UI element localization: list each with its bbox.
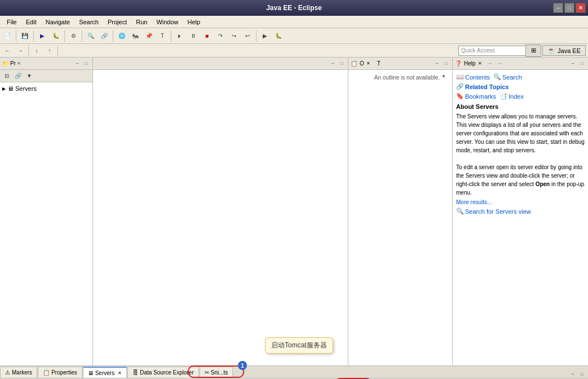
step-in-btn[interactable]: ↪ (228, 30, 240, 42)
tab-close-icon[interactable]: ✕ (17, 61, 21, 66)
debug-run-btn[interactable]: ⏵ (174, 30, 186, 42)
annotation-badge-1: 1 (238, 361, 247, 370)
help-minimize-button[interactable]: ─ (569, 60, 577, 68)
annotation-bubble-text: 启动Tomcat服务器 (271, 341, 327, 349)
quick-access-input[interactable]: Quick Access (458, 46, 526, 56)
snippets-tab[interactable]: ✂ Sni...ts (200, 367, 233, 378)
window-title: Java EE - Eclipse (266, 4, 322, 12)
center-minimize-button[interactable]: ─ (329, 60, 337, 68)
open-perspective-button[interactable]: ⊞ (525, 45, 541, 57)
external-tools-button[interactable]: ⚙ (67, 30, 79, 42)
outline-maximize-button[interactable]: □ (442, 60, 450, 68)
outline-panel-header: 📋 O ✕ T ─ □ (348, 58, 452, 70)
search-help-icon: 🔍 (493, 73, 501, 81)
refs-button[interactable]: 🔗 (98, 30, 110, 42)
outline-tab-close[interactable]: ✕ (366, 61, 370, 66)
view-menu-btn[interactable]: ▼ (25, 72, 34, 81)
index-link-text: Index (509, 93, 524, 100)
bookmarks-link[interactable]: 🔖 Bookmarks (456, 92, 496, 100)
search-help-link[interactable]: 🔍 Search (493, 73, 522, 81)
help-forward-button[interactable]: → (496, 60, 503, 68)
search-servers-link[interactable]: 🔍 Search for Servers view (456, 208, 531, 215)
web-button[interactable]: 🌐 (116, 30, 128, 42)
help-maximize-button[interactable]: □ (578, 60, 586, 68)
minimize-panel-button[interactable]: ─ (73, 60, 81, 68)
bookmarks-link-text: Bookmarks (465, 93, 496, 100)
contents-icon: 📖 (456, 73, 464, 81)
link-editor-btn[interactable]: 🔗 (14, 72, 23, 81)
ant-button[interactable]: 🐜 (129, 30, 142, 42)
marker-button[interactable]: 📌 (143, 30, 155, 42)
bookmarks-icon: 🔖 (456, 92, 464, 100)
server-debug-btn[interactable]: 🐛 (272, 30, 285, 42)
properties-tab-label: Properties (51, 369, 77, 376)
help-tab-close[interactable]: ✕ (478, 61, 482, 66)
outline-not-available-msg: An outline is not available. ▼ (348, 70, 452, 365)
menu-navigate[interactable]: Navigate (41, 17, 74, 27)
forward-btn[interactable]: → (14, 45, 26, 57)
collapse-all-btn[interactable]: ⊟ (2, 72, 11, 81)
tasks-tab-label[interactable]: T (377, 60, 381, 67)
index-icon: 📑 (499, 92, 507, 100)
menu-edit[interactable]: Edit (21, 17, 41, 27)
index-link[interactable]: 📑 Index (499, 92, 524, 100)
menu-project[interactable]: Project (103, 17, 131, 27)
bookmarks-index-row: 🔖 Bookmarks 📑 Index (456, 92, 585, 100)
next-annotation-btn[interactable]: ↓ (30, 45, 43, 57)
secondary-toolbar: ← → ↓ ↑ Quick Access ⊞ ☕ Java EE (0, 44, 588, 58)
bottom-area: ⚠ Markers 📋 Properties 🖥 Servers ✕ 🗄 Dat… (0, 365, 588, 379)
java-ee-perspective-button[interactable]: ☕ Java EE (542, 45, 586, 56)
data-source-tab[interactable]: 🗄 Data Source Explorer (127, 367, 199, 378)
back-btn[interactable]: ← (1, 45, 14, 57)
related-topics-link[interactable]: 🔗 Related Topics (456, 83, 509, 90)
save-button[interactable]: 💾 (19, 30, 31, 42)
debug-button[interactable]: 🐛 (50, 30, 62, 42)
bottom-maximize-button[interactable]: □ (578, 370, 586, 378)
servers-tab[interactable]: 🖥 Servers ✕ (83, 367, 127, 378)
java-ee-icon: ☕ (547, 47, 555, 54)
more-results-link[interactable]: More results... (456, 199, 585, 205)
about-servers-title: About Servers (456, 103, 585, 110)
servers-tab-label: Servers (95, 370, 114, 376)
menu-window[interactable]: Window (152, 17, 183, 27)
run-button[interactable]: ▶ (36, 30, 48, 42)
menu-run[interactable]: Run (131, 17, 152, 27)
markers-icon: ⚠ (5, 369, 10, 376)
outline-content: An outline is not available. ▼ (348, 70, 452, 365)
center-maximize-button[interactable]: □ (338, 60, 346, 68)
menu-help[interactable]: Help (183, 17, 205, 27)
left-panel: 📁 Pr ✕ ─ □ ⊟ 🔗 ▼ ▶ 🖥 Servers (0, 58, 93, 365)
open-type-button[interactable]: T (156, 30, 169, 42)
maximize-panel-button[interactable]: □ (82, 60, 90, 68)
help-panel-header: ❓ Help ✕ ← → ─ □ (453, 58, 588, 70)
properties-tab[interactable]: 📋 Properties (38, 367, 82, 378)
contents-link[interactable]: 📖 Contents (456, 73, 490, 81)
pause-btn[interactable]: ⏸ (187, 30, 200, 42)
outline-tab-label[interactable]: O (360, 60, 364, 67)
minimize-button[interactable]: ─ (553, 3, 563, 13)
menu-file[interactable]: File (2, 17, 21, 27)
outline-minimize-button[interactable]: ─ (433, 60, 441, 68)
data-source-icon: 🗄 (132, 369, 138, 376)
maximize-button[interactable]: □ (564, 3, 574, 13)
step-btn[interactable]: ↷ (214, 30, 227, 42)
tree-item-servers[interactable]: ▶ 🖥 Servers (2, 85, 90, 92)
new-button[interactable]: 📄 (1, 30, 14, 42)
step-out-btn[interactable]: ↩ (241, 30, 254, 42)
search-servers-link-text: Search for Servers view (465, 208, 531, 215)
toolbar-sep-2 (33, 30, 34, 42)
menu-search[interactable]: Search (74, 17, 103, 27)
project-icon: 📁 (2, 60, 9, 67)
bottom-minimize-button[interactable]: ─ (569, 370, 577, 378)
servers-tab-close[interactable]: ✕ (118, 371, 122, 376)
stop-btn[interactable]: ■ (201, 30, 213, 42)
prev-annotation-btn[interactable]: ↑ (43, 45, 56, 57)
server-start-btn[interactable]: ▶ (259, 30, 271, 42)
java-ee-label: Java EE (558, 47, 581, 54)
outline-view-menu[interactable]: ▼ (440, 72, 448, 80)
close-button[interactable]: ✕ (576, 3, 586, 13)
help-back-button[interactable]: ← (487, 60, 494, 68)
project-explorer-tab[interactable]: 📁 Pr ✕ (2, 60, 21, 67)
markers-tab[interactable]: ⚠ Markers (0, 367, 37, 378)
search-button[interactable]: 🔍 (85, 30, 97, 42)
